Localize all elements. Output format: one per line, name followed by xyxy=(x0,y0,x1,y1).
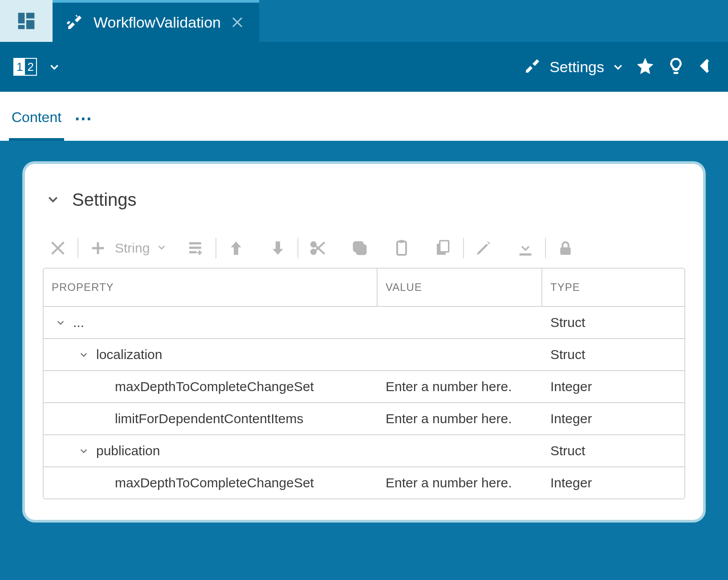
chevron-down-icon xyxy=(79,446,89,456)
close-icon xyxy=(49,239,67,257)
property-name: ... xyxy=(73,315,84,330)
svg-rect-2 xyxy=(26,20,34,29)
dashboard-icon xyxy=(16,11,36,31)
svg-rect-1 xyxy=(26,13,34,19)
column-value[interactable]: VALUE xyxy=(378,269,542,306)
svg-rect-0 xyxy=(18,13,25,24)
download-button[interactable] xyxy=(513,236,538,261)
table-row[interactable]: limitForDependentContentItems Enter a nu… xyxy=(44,402,684,434)
separator xyxy=(463,238,464,258)
table-header: PROPERTY VALUE TYPE xyxy=(44,269,684,306)
scissors-icon xyxy=(309,239,327,257)
favorite-button[interactable] xyxy=(635,56,655,78)
property-type: Integer xyxy=(550,475,592,490)
chevron-down-icon xyxy=(612,61,624,73)
svg-rect-3 xyxy=(18,25,25,29)
property-name: publication xyxy=(96,443,160,458)
expand-toggle[interactable] xyxy=(53,318,68,327)
lock-button[interactable] xyxy=(553,236,578,261)
move-up-button[interactable] xyxy=(224,236,248,261)
cut-button[interactable] xyxy=(305,236,330,261)
duplicate-button[interactable] xyxy=(431,236,456,261)
table-row[interactable]: ... Struct xyxy=(44,306,684,338)
add-type-label: String xyxy=(115,241,150,256)
column-type[interactable]: TYPE xyxy=(542,269,684,306)
struct-toolbar: String xyxy=(45,236,685,261)
property-type: Struct xyxy=(550,315,585,330)
subtab-bar: Content ··· xyxy=(0,92,728,141)
property-type: Integer xyxy=(550,411,592,426)
chevron-down-icon xyxy=(157,242,167,252)
chevron-down-icon xyxy=(46,192,60,206)
svg-rect-22 xyxy=(399,240,404,243)
table-row[interactable]: maxDepthToCompleteChangeSet Enter a numb… xyxy=(44,466,684,498)
tab-title: WorkflowValidation xyxy=(94,14,221,31)
tools-icon xyxy=(524,57,541,77)
svg-rect-12 xyxy=(189,251,197,253)
property-type: Integer xyxy=(550,379,592,394)
chevron-down-icon xyxy=(56,318,65,327)
active-tab[interactable]: WorkflowValidation xyxy=(53,0,259,42)
lock-icon xyxy=(557,239,574,257)
locale-dropdown-chevron[interactable] xyxy=(49,61,60,73)
arrow-down-icon xyxy=(269,239,287,257)
close-icon xyxy=(231,16,244,29)
settings-panel: Settings String xyxy=(22,161,706,523)
property-value[interactable]: Enter a number here. xyxy=(386,411,512,426)
paste-button[interactable] xyxy=(389,236,414,261)
locale-seg-1: 1 xyxy=(14,59,25,75)
property-type: Struct xyxy=(550,443,585,458)
dashboard-tab[interactable] xyxy=(0,0,53,42)
add-type-chevron[interactable] xyxy=(157,242,167,254)
tab-content[interactable]: Content xyxy=(9,99,64,141)
expand-toggle[interactable] xyxy=(77,350,91,359)
section-header[interactable]: Settings xyxy=(46,190,685,210)
property-value[interactable]: Enter a number here. xyxy=(386,475,512,490)
property-value[interactable]: Enter a number here. xyxy=(386,379,512,394)
property-name: localization xyxy=(96,347,162,362)
expand-toggle[interactable] xyxy=(77,446,91,456)
move-down-button[interactable] xyxy=(265,236,290,261)
svg-rect-11 xyxy=(189,247,201,249)
copy-icon xyxy=(351,239,369,257)
table-row[interactable]: publication Struct xyxy=(44,434,684,466)
pencil-icon xyxy=(475,239,492,257)
svg-point-15 xyxy=(311,242,316,247)
star-icon xyxy=(635,56,655,76)
property-type: Struct xyxy=(550,347,585,362)
locale-seg-2: 2 xyxy=(25,59,36,75)
delete-button[interactable] xyxy=(45,236,70,261)
property-name: limitForDependentContentItems xyxy=(115,411,304,426)
settings-dropdown[interactable]: Settings xyxy=(524,57,624,77)
table-row[interactable]: maxDepthToCompleteChangeSet Enter a numb… xyxy=(44,370,684,402)
add-button[interactable] xyxy=(85,236,110,261)
column-property[interactable]: PROPERTY xyxy=(44,269,378,306)
svg-rect-24 xyxy=(440,241,449,252)
tips-button[interactable] xyxy=(667,57,685,77)
body: Settings String xyxy=(0,141,728,580)
property-name: maxDepthToCompleteChangeSet xyxy=(115,475,314,490)
tab-bar: WorkflowValidation xyxy=(0,0,728,42)
chevron-down-icon xyxy=(79,350,89,359)
list-plus-icon xyxy=(187,239,205,257)
copy-button[interactable] xyxy=(347,236,372,261)
list-add-button[interactable] xyxy=(183,236,208,261)
locale-badge[interactable]: 1 2 xyxy=(13,58,37,76)
close-tab-button[interactable] xyxy=(231,16,244,29)
arrow-up-icon xyxy=(227,239,245,257)
table-row[interactable]: localization Struct xyxy=(44,338,684,370)
svg-rect-20 xyxy=(357,245,366,254)
svg-rect-10 xyxy=(189,242,201,245)
tab-more[interactable]: ··· xyxy=(75,109,92,141)
chevron-left-icon xyxy=(697,57,715,75)
tools-icon xyxy=(66,13,84,31)
edit-button[interactable] xyxy=(471,236,496,261)
collapse-button[interactable] xyxy=(697,57,715,77)
plus-icon xyxy=(89,239,107,257)
separator xyxy=(545,238,546,258)
settings-chevron xyxy=(612,61,624,73)
svg-rect-14 xyxy=(198,252,202,253)
separator xyxy=(297,238,298,258)
download-icon xyxy=(517,239,534,257)
section-title: Settings xyxy=(72,190,137,210)
